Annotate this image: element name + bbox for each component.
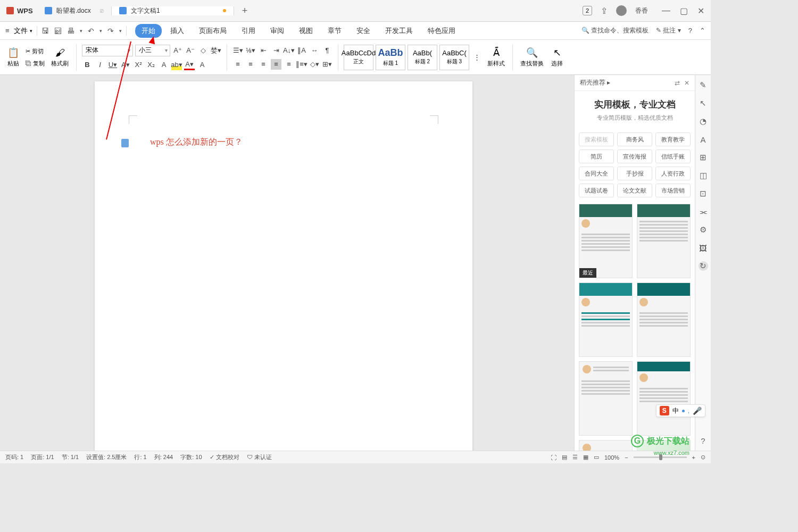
new-tab-button[interactable]: + — [234, 5, 255, 16]
fit-page-icon[interactable]: ⊙ — [701, 454, 705, 461]
cat-stationery[interactable]: 信纸手账 — [655, 149, 691, 163]
proofing[interactable]: ✓ 文档校对 — [210, 453, 239, 461]
bullets-button[interactable]: ☰▾ — [232, 45, 243, 56]
copy-button[interactable]: ⿻ 复制 — [24, 59, 46, 69]
document-text[interactable]: wps 怎么添加新的一页？ — [150, 137, 243, 148]
word-count[interactable]: 字数: 10 — [180, 453, 202, 461]
tab-review[interactable]: 审阅 — [264, 24, 290, 38]
align-left-button[interactable]: ≡ — [232, 59, 243, 70]
styles-more-button[interactable]: ⋮ — [471, 52, 482, 63]
comment-button[interactable]: ✎ 批注 ▾ — [656, 26, 681, 35]
cat-exams[interactable]: 试题试卷 — [579, 184, 614, 197]
cursor-icon[interactable]: ↖ — [699, 98, 708, 108]
tab-view[interactable]: 视图 — [293, 24, 319, 38]
view-page-icon[interactable]: ▤ — [562, 454, 567, 461]
print-preview-icon[interactable]: 🗟 — [54, 27, 62, 35]
tab-special[interactable]: 特色应用 — [421, 24, 462, 38]
page-number[interactable]: 页码: 1 — [5, 453, 23, 461]
view-outline-icon[interactable]: ☰ — [572, 454, 578, 461]
auth-status[interactable]: 🛡 未认证 — [247, 453, 272, 461]
align-right-button[interactable]: ≡ — [258, 59, 269, 70]
text-direction-button[interactable]: ‖A — [296, 45, 307, 56]
align-center-button[interactable]: ≡ — [245, 59, 256, 70]
font-size-select[interactable]: 小三 — [135, 45, 170, 56]
ime-indicator[interactable]: S 中 , 🎤 — [656, 404, 705, 417]
column-number[interactable]: 列: 244 — [154, 453, 173, 461]
view-read-icon[interactable]: ▭ — [594, 454, 599, 461]
font-color-button[interactable]: A▾ — [184, 60, 195, 70]
template-thumbnail[interactable] — [579, 282, 633, 357]
decrease-font-icon[interactable]: A⁻ — [185, 45, 196, 56]
select-button[interactable]: ↖ 选择 — [549, 45, 565, 70]
cat-education[interactable]: 教育教学 — [655, 132, 691, 146]
pencil-icon[interactable]: ✎ — [699, 80, 708, 90]
page-count[interactable]: 页面: 1/1 — [31, 453, 54, 461]
print-dropdown[interactable]: ▾ — [80, 28, 82, 34]
cat-contracts[interactable]: 合同大全 — [579, 167, 614, 180]
notification-badge[interactable]: 2 — [583, 6, 592, 15]
doc-tab-2[interactable]: 文字文稿1 — [112, 6, 234, 15]
page[interactable]: wps 怎么添加新的一页？ — [95, 81, 472, 451]
template-thumbnail[interactable] — [637, 361, 691, 436]
shading-button[interactable]: ◇▾ — [309, 59, 320, 70]
template-thumbnail[interactable] — [637, 282, 691, 357]
show-marks-button[interactable]: ¶ — [322, 45, 332, 56]
cat-handwritten[interactable]: 手抄报 — [617, 167, 652, 180]
menu-icon[interactable]: ≡ — [5, 27, 10, 35]
zoom-level[interactable]: 100% — [604, 454, 619, 461]
cat-business[interactable]: 商务风 — [617, 132, 652, 146]
panel-close-icon[interactable]: ✕ — [684, 79, 689, 87]
panel-menu-icon[interactable]: ⇄ — [675, 79, 680, 87]
superscript-button[interactable]: X² — [133, 60, 144, 70]
underline-button[interactable]: U▾ — [107, 60, 118, 70]
style-heading3[interactable]: AaBbC( 标题 3 — [439, 45, 469, 70]
template-thumbnail[interactable] — [637, 204, 691, 278]
table-icon[interactable]: ⊞ — [699, 153, 708, 162]
maximize-button[interactable]: ▢ — [680, 6, 688, 16]
gear-icon[interactable]: ⚙ — [699, 225, 708, 235]
line-number[interactable]: 行: 1 — [134, 453, 146, 461]
style-normal[interactable]: AaBbCcDd 正文 — [344, 45, 373, 70]
subscript-button[interactable]: X₂ — [146, 60, 156, 70]
template-thumbnail[interactable] — [579, 361, 633, 436]
close-button[interactable]: ✕ — [697, 6, 704, 16]
tab-developer[interactable]: 开发工具 — [379, 24, 419, 38]
view-web-icon[interactable]: ▦ — [583, 454, 588, 461]
numbering-button[interactable]: ⅛▾ — [245, 45, 256, 56]
char-shading-button[interactable]: A — [197, 60, 207, 70]
link-icon[interactable]: ⫘ — [699, 207, 708, 217]
microphone-icon[interactable]: 🎤 — [693, 406, 702, 415]
save-icon[interactable]: 🖫 — [41, 27, 49, 35]
bold-button[interactable]: B — [82, 60, 93, 70]
cat-resume[interactable]: 简历 — [579, 149, 614, 163]
template-thumbnail[interactable] — [579, 440, 633, 451]
share-icon[interactable]: ⇪ — [601, 6, 608, 16]
undo-icon[interactable]: ↶ — [88, 27, 94, 35]
highlight-button[interactable]: ab▾ — [171, 60, 182, 70]
style-heading2[interactable]: AaBb( 标题 2 — [408, 45, 437, 70]
minimize-button[interactable]: — — [662, 6, 670, 16]
zoom-slider[interactable] — [634, 456, 687, 458]
template-search-input[interactable]: 搜索模板 — [579, 132, 614, 146]
font-family-select[interactable]: 宋体 — [82, 45, 133, 56]
tab-page-layout[interactable]: 页面布局 — [193, 24, 233, 38]
borders-button[interactable]: ⊞▾ — [322, 59, 332, 70]
format-painter-button[interactable]: 🖌 格式刷 — [49, 45, 71, 70]
style-heading1[interactable]: AaBb 标题 1 — [376, 45, 405, 70]
section[interactable]: 节: 1/1 — [62, 453, 79, 461]
clear-format-icon[interactable]: ◇ — [198, 45, 209, 56]
print-icon[interactable]: 🖶 — [67, 27, 74, 35]
cat-hr[interactable]: 人资行政 — [655, 167, 691, 180]
avatar[interactable] — [616, 5, 627, 16]
tab-home[interactable]: 开始 — [135, 24, 162, 38]
redo-dropdown[interactable]: ▾ — [119, 28, 122, 34]
position[interactable]: 设置值: 2.5厘米 — [86, 453, 127, 461]
decrease-indent-button[interactable]: ⇤ — [258, 45, 269, 56]
help-icon[interactable]: ? — [688, 27, 692, 35]
tab-security[interactable]: 安全 — [350, 24, 377, 38]
increase-font-icon[interactable]: A⁺ — [172, 45, 183, 56]
tab-references[interactable]: 引用 — [235, 24, 262, 38]
search-command[interactable]: 🔍 查找命令、搜索模板 — [581, 26, 649, 35]
fit-text-button[interactable]: ↔ — [309, 45, 320, 56]
new-style-button[interactable]: A͊ 新样式 — [485, 45, 507, 70]
